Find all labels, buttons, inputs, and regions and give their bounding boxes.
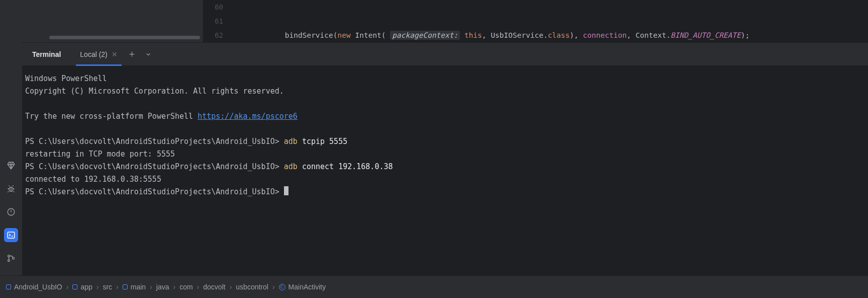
term-line: connected to 192.168.0.38:5555	[25, 173, 868, 186]
breadcrumb-item[interactable]: docvolt	[203, 283, 225, 291]
breadcrumb-item[interactable]: app	[72, 283, 92, 291]
terminal-session-tab[interactable]: Local (2) ✕	[75, 43, 122, 66]
term-line: PS C:\Users\docvolt\AndroidStudioProject…	[25, 186, 868, 198]
breadcrumb-item[interactable]: com	[179, 283, 192, 291]
term-line: restarting in TCP mode port: 5555	[25, 148, 868, 161]
line-number: 62	[203, 28, 232, 42]
chevron-right-icon: ›	[230, 283, 232, 291]
chevron-right-icon: ›	[173, 283, 175, 291]
sessions-dropdown-button[interactable]	[142, 48, 155, 61]
breadcrumb-item[interactable]: usbcontrol	[236, 283, 268, 291]
close-icon[interactable]: ✕	[112, 50, 118, 58]
code-editor[interactable]: bindService(new Intent( packageContext: …	[232, 0, 868, 42]
line-number: 61	[203, 14, 232, 28]
panel-tabbar: Terminal Local (2) ✕	[22, 42, 868, 65]
term-line: PS C:\Users\docvolt\AndroidStudioProject…	[25, 135, 868, 148]
breadcrumb-item[interactable]: main	[123, 283, 146, 291]
chevron-right-icon: ›	[97, 283, 99, 291]
line-number: 60	[203, 0, 232, 14]
bug-icon[interactable]	[4, 182, 18, 196]
cursor	[284, 186, 288, 195]
project-tool-window[interactable]	[22, 0, 203, 42]
module-icon	[72, 284, 77, 289]
term-line: Copyright (C) Microsoft Corporation. All…	[25, 85, 868, 98]
chevron-right-icon: ›	[150, 283, 152, 291]
breadcrumb-bar: Android_UsbIO › app › src › main › java …	[0, 275, 868, 298]
terminal-icon[interactable]	[4, 228, 18, 242]
editor-area: 60 61 62 63 bindService(new Intent( pack…	[22, 0, 868, 42]
class-icon: C	[279, 284, 285, 290]
term-line: PS C:\Users\docvolt\AndroidStudioProject…	[25, 161, 868, 173]
problems-icon[interactable]	[4, 205, 18, 219]
module-icon	[123, 284, 128, 289]
term-line: Windows PowerShell	[25, 72, 868, 85]
module-icon	[6, 284, 11, 289]
svg-point-5	[13, 257, 15, 259]
chevron-right-icon: ›	[197, 283, 200, 291]
left-tool-rail	[0, 0, 22, 275]
vcs-icon[interactable]	[4, 251, 18, 265]
svg-point-3	[8, 255, 10, 257]
horizontal-scrollbar[interactable]	[49, 36, 200, 39]
breadcrumb-item[interactable]: java	[156, 283, 169, 291]
breadcrumb-item[interactable]: Android_UsbIO	[6, 283, 62, 291]
new-session-button[interactable]	[126, 48, 139, 61]
chevron-right-icon: ›	[66, 283, 69, 291]
ruby-icon[interactable]	[4, 159, 18, 173]
chevron-right-icon: ›	[272, 283, 275, 291]
tab-label: Local (2)	[80, 50, 107, 58]
breadcrumb-item[interactable]: src	[103, 283, 112, 291]
pscore-link[interactable]: https://aka.ms/pscore6	[198, 112, 298, 121]
svg-point-4	[8, 260, 10, 262]
term-line: Try the new cross-platform PowerShell ht…	[25, 110, 868, 123]
svg-rect-2	[8, 232, 15, 238]
chevron-right-icon: ›	[116, 283, 119, 291]
terminal-panel: Terminal Local (2) ✕ Windows PowerShell …	[22, 42, 868, 275]
breadcrumb-item[interactable]: CMainActivity	[279, 283, 326, 291]
toolwindow-title[interactable]: Terminal	[29, 50, 64, 58]
terminal-output[interactable]: Windows PowerShell Copyright (C) Microso…	[22, 65, 868, 275]
editor-gutter: 60 61 62 63	[203, 0, 232, 42]
